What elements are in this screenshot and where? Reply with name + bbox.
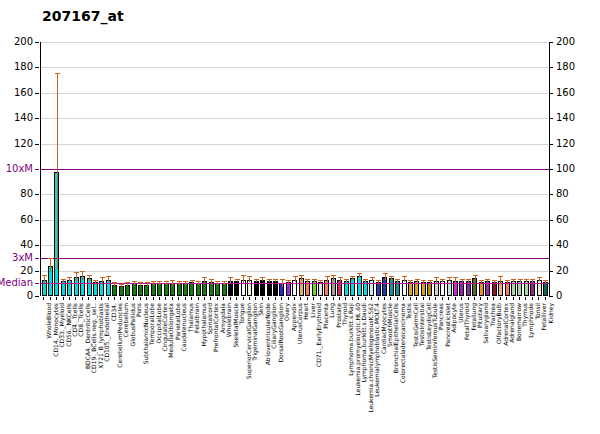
error-bar: [89, 276, 90, 281]
error-bar-cap: [112, 282, 117, 283]
error-bar: [243, 276, 244, 284]
error-bar-cap: [402, 276, 407, 277]
error-bar: [82, 272, 83, 280]
error-bar: [532, 280, 533, 283]
error-bar-cap: [383, 273, 388, 274]
y-tick: [35, 271, 39, 272]
x-tick: [108, 297, 109, 300]
x-tick: [519, 297, 520, 300]
error-bar-cap: [357, 273, 362, 274]
error-bar-cap: [190, 280, 195, 281]
x-tick: [268, 297, 269, 300]
error-bar: [256, 280, 257, 283]
x-tick: [468, 297, 469, 300]
error-bar-cap: [350, 276, 355, 277]
error-bar: [365, 280, 366, 283]
error-bar: [500, 277, 501, 285]
x-tick: [345, 297, 346, 300]
bar: [132, 283, 137, 296]
error-bar: [378, 281, 379, 284]
x-tick: [69, 297, 70, 300]
x-tick: [120, 297, 121, 300]
error-bar: [127, 283, 128, 286]
error-bar: [179, 282, 180, 285]
error-bar: [430, 281, 431, 284]
error-bar: [436, 278, 437, 283]
error-bar: [108, 277, 109, 282]
bar: [299, 278, 304, 296]
x-tick: [442, 297, 443, 300]
x-tick: [127, 297, 128, 300]
x-tick: [339, 297, 340, 300]
error-bar-cap: [177, 281, 182, 282]
x-tick: [448, 297, 449, 300]
error-bar: [314, 280, 315, 283]
error-bar-cap: [74, 272, 79, 273]
error-bar-cap: [215, 281, 220, 282]
bar: [144, 285, 149, 296]
error-bar-cap: [543, 280, 548, 281]
error-bar-cap: [202, 277, 207, 278]
error-bar-cap: [498, 276, 503, 277]
error-bar: [76, 273, 77, 281]
x-tick: [480, 297, 481, 300]
error-bar-cap: [537, 277, 542, 278]
bar: [382, 277, 387, 296]
x-tick: [178, 297, 179, 300]
error-bar: [423, 281, 424, 284]
error-bar: [217, 282, 218, 285]
error-bar: [57, 74, 58, 270]
x-tick: [378, 297, 379, 300]
x-tick: [262, 297, 263, 300]
error-bar: [288, 281, 289, 284]
error-bar: [404, 277, 405, 282]
error-bar: [449, 278, 450, 281]
error-bar: [475, 276, 476, 281]
y-label-median: Median: [0, 277, 33, 288]
error-bar-cap: [145, 282, 150, 283]
error-bar-cap: [61, 279, 66, 280]
y-tick-label: 120: [556, 138, 575, 149]
y-tick-label: 120: [14, 138, 33, 149]
y-tick-label: 40: [20, 239, 33, 250]
y-tick-label: 80: [20, 188, 33, 199]
error-bar: [385, 274, 386, 279]
x-tick: [416, 297, 417, 300]
x-tick: [423, 297, 424, 300]
error-bar: [275, 280, 276, 283]
y-tick-label: 180: [556, 61, 575, 72]
x-tissue-labels: WholeBloodCD14._MonocytesCD33._MyeloidCD…: [40, 302, 548, 434]
x-tick: [101, 297, 102, 300]
error-bar-cap: [473, 275, 478, 276]
bar: [331, 278, 336, 296]
x-tick: [487, 297, 488, 300]
bar: [196, 283, 201, 296]
error-bar: [237, 280, 238, 283]
y-tick: [35, 42, 39, 43]
x-tick: [198, 297, 199, 300]
error-bar-cap: [228, 277, 233, 278]
bar: [369, 280, 374, 297]
x-tick: [82, 297, 83, 300]
y-tick-label: 60: [556, 214, 569, 225]
bar: [87, 278, 92, 296]
error-bar-cap: [408, 280, 413, 281]
x-tick: [474, 297, 475, 300]
error-bar: [410, 281, 411, 284]
x-tick: [88, 297, 89, 300]
x-tick: [204, 297, 205, 300]
x-tick: [500, 297, 501, 300]
error-bar-cap: [505, 280, 510, 281]
error-bar-cap: [428, 280, 433, 281]
x-tick: [371, 297, 372, 300]
x-tick: [525, 297, 526, 300]
y-tick: [35, 169, 39, 170]
error-bar-cap: [389, 276, 394, 277]
error-bar: [333, 276, 334, 281]
error-bar-cap: [170, 280, 175, 281]
error-bar-cap: [485, 279, 490, 280]
error-bar-cap: [293, 276, 298, 277]
y-tick-label: 160: [14, 87, 33, 98]
error-bar: [224, 282, 225, 285]
error-bar: [159, 282, 160, 285]
